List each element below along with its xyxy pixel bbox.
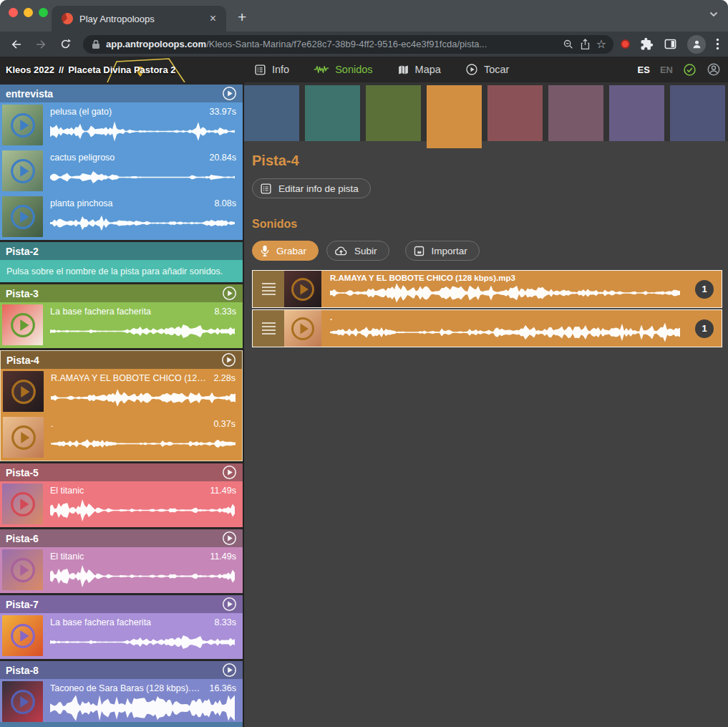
- drag-handle[interactable]: [253, 271, 284, 307]
- lock-icon: [92, 39, 100, 49]
- clip-item[interactable]: El titanic11.49s: [0, 481, 243, 527]
- tab-search-chevron-icon[interactable]: [709, 11, 718, 17]
- clip-play-button[interactable]: [290, 316, 316, 342]
- clip-waveform: [50, 164, 236, 191]
- sound-row[interactable]: R.AMAYA Y EL BOBOTE CHICO (128 kbps).mp3…: [252, 270, 722, 308]
- sound-waveform: [330, 322, 681, 342]
- tab-info[interactable]: Info: [254, 64, 289, 76]
- recording-indicator-icon[interactable]: [621, 39, 630, 49]
- track-header-pista-7[interactable]: Pista-7: [0, 595, 243, 613]
- extensions-puzzle-icon[interactable]: [640, 37, 654, 51]
- track-header-pista-2[interactable]: Pista-2: [0, 242, 243, 260]
- clip-item[interactable]: La base fachera facherita8.33s: [0, 302, 243, 348]
- tab-strip: Play Antropoloops × +: [0, 0, 728, 32]
- track-header-pista-5[interactable]: Pista-5: [0, 463, 243, 481]
- track-play-button[interactable]: [222, 597, 237, 612]
- track-play-button[interactable]: [222, 465, 237, 480]
- next-track-strip[interactable]: [0, 722, 243, 727]
- profile-avatar[interactable]: [687, 35, 706, 54]
- clip-item[interactable]: Taconeo de Sara Baras (128 kbps).mp316.3…: [0, 679, 243, 725]
- clip-play-button[interactable]: [9, 203, 37, 231]
- clip-play-button[interactable]: [9, 622, 37, 650]
- bookmark-star-icon[interactable]: ☆: [596, 39, 606, 49]
- clip-play-button[interactable]: [290, 276, 316, 302]
- record-button[interactable]: Grabar: [252, 241, 319, 261]
- clip-play-button[interactable]: [9, 491, 37, 518]
- upload-button[interactable]: Subir: [326, 241, 389, 261]
- zoom-window-button[interactable]: [39, 8, 48, 17]
- browser-window: Play Antropoloops × + app.antropoloops.c…: [0, 0, 728, 727]
- track-play-button[interactable]: [222, 531, 237, 546]
- track-play-button[interactable]: [221, 352, 236, 367]
- tab-title: Play Antropoloops: [79, 14, 200, 24]
- sound-row[interactable]: .1: [252, 309, 722, 347]
- clip-item[interactable]: El titanic11.49s: [0, 547, 243, 593]
- track-play-button[interactable]: [222, 663, 237, 678]
- clip-play-button[interactable]: [10, 378, 37, 405]
- browser-tab[interactable]: Play Antropoloops ×: [52, 6, 226, 32]
- track-play-button[interactable]: [222, 286, 237, 301]
- side-panel-icon[interactable]: [664, 37, 677, 51]
- minimize-window-button[interactable]: [24, 8, 33, 17]
- tab-tocar[interactable]: Tocar: [465, 63, 509, 76]
- clip-play-button[interactable]: [9, 158, 37, 185]
- clip-item[interactable]: pelusa (el gato)33.97s: [0, 102, 243, 148]
- project-map-photo[interactable]: Kleos 2022//Placeta Divina Pastora 2: [0, 57, 243, 82]
- track-color-tab[interactable]: [305, 85, 360, 141]
- zoom-out-icon[interactable]: [563, 39, 574, 50]
- lang-en-button[interactable]: EN: [660, 64, 673, 75]
- track-color-tab[interactable]: [427, 85, 482, 148]
- clip-title: cactus peligroso: [50, 153, 203, 163]
- track-color-tab[interactable]: [244, 85, 299, 141]
- clip-play-button[interactable]: [9, 557, 37, 584]
- track-color-tab[interactable]: [366, 85, 421, 141]
- clip-play-button[interactable]: [9, 688, 37, 716]
- account-icon[interactable]: [707, 62, 721, 77]
- clip-play-button[interactable]: [9, 312, 37, 339]
- track-color-tab[interactable]: [609, 85, 664, 141]
- track-section-entrevista: entrevistapelusa (el gato)33.97scactus p…: [0, 85, 243, 240]
- reload-button[interactable]: [54, 34, 76, 55]
- clip-item[interactable]: .0.37s: [1, 415, 242, 461]
- clip-play-button[interactable]: [10, 424, 37, 451]
- track-header-pista-6[interactable]: Pista-6: [0, 529, 243, 547]
- close-window-button[interactable]: [9, 8, 18, 17]
- breadcrumb-project[interactable]: Kleos 2022: [6, 64, 54, 75]
- track-color-tab[interactable]: [548, 85, 603, 141]
- drag-handle-icon: [262, 322, 276, 334]
- track-header-pista-4[interactable]: Pista-4: [1, 351, 242, 369]
- clip-item[interactable]: La base fachera facherita8.33s: [0, 613, 243, 659]
- clip-count-badge: 1: [695, 280, 714, 299]
- sync-check-icon[interactable]: [683, 63, 697, 77]
- track-header-entrevista[interactable]: entrevista: [0, 85, 243, 102]
- track-section-pista-6: Pista-6El titanic11.49s: [0, 529, 243, 593]
- address-bar[interactable]: app.antropoloops.com/Kleos-Santa-Marina/…: [83, 35, 613, 54]
- browser-menu-icon[interactable]: [716, 38, 719, 50]
- track-color-tab[interactable]: [670, 85, 725, 141]
- track-header-pista-8[interactable]: Pista-8: [0, 661, 243, 679]
- clip-item[interactable]: planta pinchosa8.08s: [0, 194, 243, 240]
- drag-handle[interactable]: [253, 310, 284, 347]
- track-section-pista-5: Pista-5El titanic11.49s: [0, 463, 243, 527]
- track-play-button[interactable]: [222, 86, 237, 101]
- track-color-tab[interactable]: [487, 85, 543, 141]
- tab-mapa[interactable]: Mapa: [397, 64, 441, 76]
- clip-item[interactable]: cactus peligroso20.84s: [0, 148, 243, 194]
- track-name: Pista-4: [6, 355, 221, 366]
- import-button[interactable]: Importar: [405, 241, 480, 261]
- back-button[interactable]: [6, 34, 27, 55]
- new-tab-button[interactable]: +: [238, 9, 246, 26]
- tab-close-icon[interactable]: ×: [207, 12, 219, 25]
- clip-item[interactable]: R.AMAYA Y EL BOBOTE CHICO (128 kbps)....…: [1, 369, 242, 415]
- clip-duration: 0.37s: [213, 419, 236, 429]
- clip-thumbnail: [2, 196, 43, 237]
- forward-button[interactable]: [30, 34, 52, 55]
- lang-es-button[interactable]: ES: [638, 64, 650, 75]
- edit-track-info-button[interactable]: Editar info de pista: [252, 178, 371, 198]
- app-nav-bar: Kleos 2022//Placeta Divina Pastora 2 Inf…: [0, 57, 728, 82]
- clip-play-button[interactable]: [9, 112, 37, 139]
- tab-sonidos[interactable]: Sonidos: [314, 64, 372, 75]
- breadcrumb: Kleos 2022//Placeta Divina Pastora 2: [0, 64, 175, 75]
- share-icon[interactable]: [580, 38, 591, 50]
- track-header-pista-3[interactable]: Pista-3: [0, 284, 243, 302]
